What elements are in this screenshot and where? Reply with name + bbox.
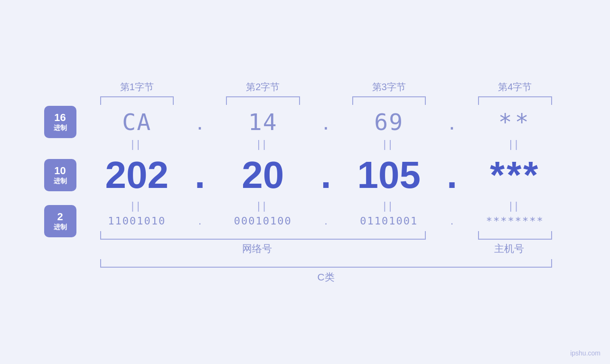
- bin-val2: 00010100: [212, 215, 314, 227]
- bin-val3: 01101001: [338, 215, 441, 227]
- hex-val4: **: [464, 109, 566, 135]
- dec-dot1: .: [188, 153, 212, 197]
- col3-header: 第3字节: [338, 81, 441, 93]
- bin-dot1: .: [188, 215, 212, 227]
- hex-val2: 14: [212, 109, 314, 135]
- hex-val1: CA: [86, 109, 188, 135]
- dec-dot3: .: [440, 153, 464, 197]
- equals2-v4: ||: [464, 200, 566, 212]
- col4-header: 第4字节: [464, 81, 566, 93]
- dec-val1: 202: [86, 153, 188, 197]
- dec-dot2: .: [314, 153, 338, 197]
- class-label-row: C类: [44, 271, 566, 284]
- hex-dot1: .: [188, 109, 212, 135]
- col2-header: 第2字节: [212, 81, 314, 93]
- hex-val3: 69: [338, 109, 441, 135]
- host-label: 主机号: [452, 242, 566, 255]
- dec-row: 10 进制 202 . 20 . 105 . ***: [44, 153, 566, 197]
- class-label: C类: [86, 271, 566, 284]
- equals1-v4: ||: [464, 138, 566, 150]
- equals1-v1: ||: [86, 138, 188, 150]
- network-host-labels: 网络号 主机号: [44, 242, 566, 255]
- col1-header: 第1字节: [86, 81, 188, 93]
- hex-badge: 16 进制: [44, 106, 76, 138]
- bracket-bottom-row: [44, 231, 566, 240]
- bracket-top-row: [44, 96, 566, 105]
- class-bracket-row: [44, 259, 566, 268]
- equals2-v3: ||: [338, 200, 441, 212]
- bin-row: 2 进制 11001010 . 00010100 . 01101001 . **…: [44, 215, 566, 227]
- equals2-v2: ||: [212, 200, 314, 212]
- equals-row-1: || || || ||: [44, 138, 566, 150]
- full-layout: 第1字节 第2字节 第3字节 第4字节 16 进制: [44, 81, 566, 284]
- dec-val2: 20: [212, 153, 314, 197]
- bin-val4: ********: [464, 215, 566, 227]
- bin-dot2: .: [314, 215, 338, 227]
- dec-val3: 105: [338, 153, 441, 197]
- equals1-v2: ||: [212, 138, 314, 150]
- watermark: ipshu.com: [570, 349, 601, 357]
- equals2-v1: ||: [86, 200, 188, 212]
- headers-row: 第1字节 第2字节 第3字节 第4字节: [44, 81, 566, 93]
- bin-dot3: .: [440, 215, 464, 227]
- equals-row-2: || || || ||: [44, 200, 566, 212]
- hex-dot3: .: [440, 109, 464, 135]
- dec-badge: 10 进制: [44, 159, 76, 191]
- network-label: 网络号: [86, 242, 429, 255]
- dec-val4: ***: [464, 153, 566, 197]
- hex-row: 16 进制 CA . 14 . 69 . **: [44, 109, 566, 135]
- hex-dot2: .: [314, 109, 338, 135]
- bin-badge: 2 进制: [44, 205, 76, 237]
- equals1-v3: ||: [338, 138, 441, 150]
- bin-val1: 11001010: [86, 215, 188, 227]
- main-container: 第1字节 第2字节 第3字节 第4字节 16 进制: [0, 0, 610, 364]
